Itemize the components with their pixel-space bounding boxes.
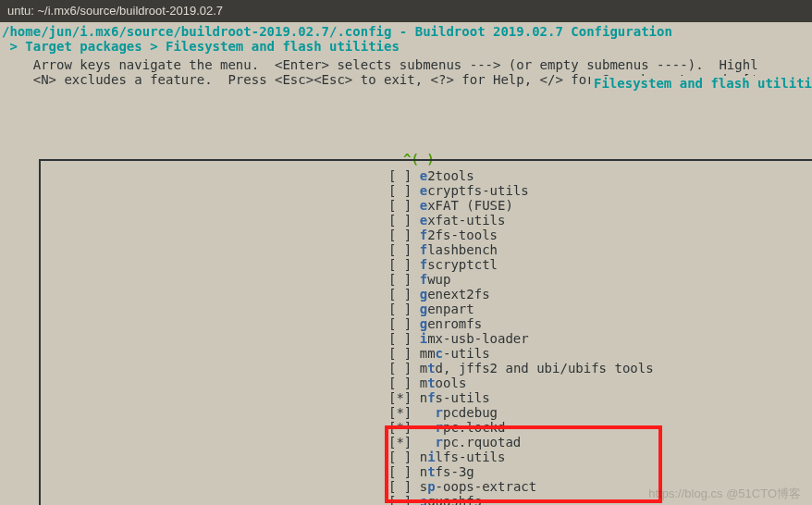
hotkey-letter: i bbox=[427, 450, 435, 464]
hotkey-letter: g bbox=[420, 287, 427, 302]
menu-option[interactable]: [ ] fscryptctl bbox=[388, 257, 654, 272]
menu-option[interactable]: [ ] ecryptfs-utils bbox=[388, 183, 654, 198]
hotkey-letter: t bbox=[427, 464, 435, 479]
hotkey-letter: t bbox=[427, 376, 435, 390]
window-titlebar: untu: ~/i.mx6/source/buildroot-2019.02.7 bbox=[0, 0, 812, 22]
menu-option[interactable]: [ ] flashbench bbox=[388, 242, 654, 257]
menu-option[interactable]: [*] rpcdebug bbox=[388, 405, 654, 420]
hotkey-letter: e bbox=[420, 198, 427, 213]
hotkey-letter: f bbox=[420, 272, 427, 287]
terminal-area[interactable]: /home/jun/i.mx6/source/buildroot-2019.02… bbox=[0, 22, 812, 505]
hotkey-letter: i bbox=[420, 331, 427, 346]
hotkey-letter: f bbox=[420, 242, 427, 257]
menu-option[interactable]: [ ] exFAT (FUSE) bbox=[388, 198, 654, 213]
breadcrumb-line: > Target packages > Filesystem and flash… bbox=[2, 39, 812, 54]
menu-option[interactable]: [ ] mtd, jffs2 and ubi/ubifs tools bbox=[388, 361, 654, 376]
menu-option[interactable]: [*] nfs-utils bbox=[388, 390, 654, 405]
window-title: untu: ~/i.mx6/source/buildroot-2019.02.7 bbox=[7, 4, 223, 18]
watermark-text: https://blog.cs @51CTO博客 bbox=[648, 487, 801, 501]
menu-option[interactable]: [ ] mtools bbox=[388, 376, 654, 390]
menu-option[interactable]: [ ] mmc-utils bbox=[388, 346, 654, 361]
hotkey-letter: f bbox=[420, 257, 427, 272]
hotkey-letter: e bbox=[420, 183, 427, 198]
hotkey-letter: g bbox=[420, 302, 427, 316]
menu-option[interactable]: [ ] exfat-utils bbox=[388, 213, 654, 228]
hotkey-letter: f bbox=[420, 228, 427, 242]
menu-option[interactable]: [*] rpc.lockd bbox=[388, 420, 654, 435]
hotkey-letter: g bbox=[420, 316, 427, 331]
hotkey-letter: t bbox=[427, 361, 435, 376]
menu-option[interactable]: [*] rpc.rquotad bbox=[388, 435, 654, 450]
menu-option[interactable]: [ ] squashfs bbox=[388, 494, 654, 505]
hotkey-letter: r bbox=[436, 405, 443, 420]
section-title: Filesystem and flash utiliti bbox=[590, 76, 812, 91]
hotkey-letter: r bbox=[436, 435, 443, 450]
config-path-line: /home/jun/i.mx6/source/buildroot-2019.02… bbox=[2, 24, 812, 39]
menu-option[interactable]: [ ] genpart bbox=[388, 302, 654, 316]
menu-option[interactable]: [ ] fwup bbox=[388, 272, 654, 287]
menu-option[interactable]: [ ] genext2fs bbox=[388, 287, 654, 302]
menu-option[interactable]: [ ] genromfs bbox=[388, 316, 654, 331]
hotkey-letter: p bbox=[427, 479, 435, 494]
menu-option[interactable]: [ ] f2fs-tools bbox=[388, 228, 654, 242]
hotkey-letter: c bbox=[436, 346, 443, 361]
menu-option[interactable]: [ ] e2tools bbox=[388, 168, 654, 183]
menu-option[interactable]: [ ] nilfs-utils bbox=[388, 450, 654, 464]
hotkey-letter: r bbox=[436, 420, 443, 435]
hotkey-letter: e bbox=[420, 213, 427, 228]
hotkey-letter: s bbox=[420, 494, 427, 505]
hotkey-letter: e bbox=[420, 168, 427, 183]
menu-option[interactable]: [ ] ntfs-3g bbox=[388, 464, 654, 479]
hotkey-letter: f bbox=[427, 390, 435, 405]
options-list: [ ] e2tools[ ] ecryptfs-utils[ ] exFAT (… bbox=[388, 168, 654, 505]
menu-option[interactable]: [ ] sp-oops-extract bbox=[388, 479, 654, 494]
menu-option[interactable]: [ ] imx-usb-loader bbox=[388, 331, 654, 346]
help-line-1: Arrow keys navigate the menu. <Enter> se… bbox=[2, 57, 812, 72]
